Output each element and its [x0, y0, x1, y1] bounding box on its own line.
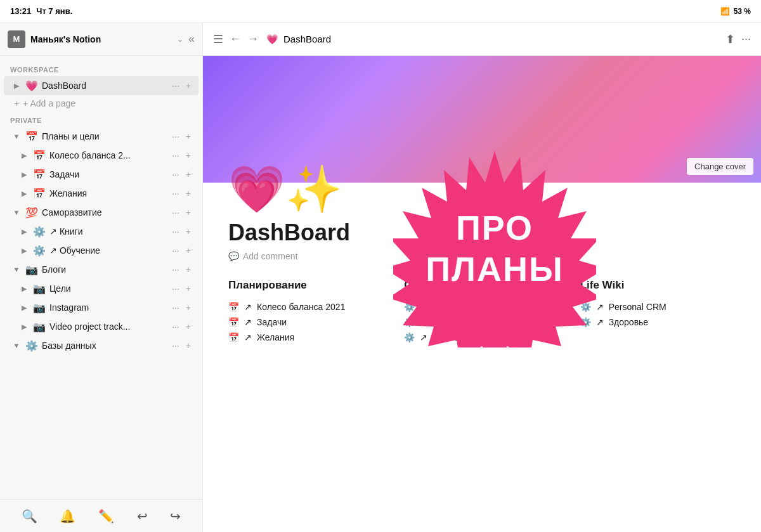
chevron-down-icon: ▼	[11, 133, 22, 140]
add-comment[interactable]: 💬 Add comment	[228, 251, 736, 261]
forward-icon[interactable]: →	[247, 32, 259, 46]
item-arrow: ↗	[596, 317, 604, 327]
edit-icon[interactable]: ✏️	[93, 503, 119, 529]
gear-icon: ⚙️	[404, 317, 415, 327]
item-actions: ··· +	[169, 225, 193, 238]
samorazvitie-section: Саморазвитие ⚙️ ↗ Книги ⚙️ ↗ Обучение	[404, 279, 559, 345]
sidebar-item-wheel[interactable]: ▶ 📅 Колесо баланса 2... ··· +	[4, 146, 198, 165]
item-arrow: ↗	[596, 302, 604, 312]
item-arrow: ↗	[420, 317, 427, 327]
item-arrow: ↗	[244, 332, 252, 342]
content-item-implementation[interactable]: ⚙️ ↗ Лист внедрения	[404, 330, 559, 345]
sidebar-item-learning[interactable]: ▶ ⚙️ ↗ Обучение ··· +	[4, 241, 198, 260]
calendar-icon: 📅	[228, 302, 239, 312]
content-item-health[interactable]: ⚙️ ↗ Здоровье	[580, 315, 736, 330]
content-item-books[interactable]: ⚙️ ↗ Книги	[404, 299, 559, 315]
more-icon[interactable]: ···	[169, 244, 182, 257]
notification-icon[interactable]: 🔔	[55, 503, 81, 529]
sidebar-item-wishes[interactable]: ▶ 📅 Желания ··· +	[4, 184, 198, 203]
more-icon[interactable]: ···	[169, 187, 182, 200]
redo-icon[interactable]: ↪	[165, 503, 186, 529]
sidebar-item-tasks[interactable]: ▶ 📅 Задачи ··· +	[4, 165, 198, 184]
planning-section: Планирование 📅 ↗ Колесо баланса 2021 📅 ↗…	[228, 279, 384, 345]
sidebar-item-dashboard[interactable]: ▶ 💗 DashBoard ··· +	[4, 76, 198, 95]
more-icon[interactable]: ···	[169, 263, 182, 276]
add-icon[interactable]: +	[183, 301, 193, 314]
item-arrow: ↗	[420, 332, 427, 342]
add-icon[interactable]: +	[183, 225, 193, 238]
more-icon[interactable]: ···	[169, 168, 182, 181]
item-actions: ··· +	[169, 79, 193, 92]
more-icon[interactable]: ···	[169, 301, 182, 314]
more-icon[interactable]: ···	[169, 282, 182, 295]
page-title: DashBoard	[228, 219, 736, 246]
more-icon[interactable]: ···	[169, 79, 182, 92]
add-icon[interactable]: +	[183, 130, 193, 143]
sidebar-item-plans[interactable]: ▼ 📅 Планы и цели ··· +	[4, 127, 198, 146]
more-icon[interactable]: ···	[169, 339, 182, 352]
add-icon[interactable]: +	[183, 187, 193, 200]
planning-title: Планирование	[228, 279, 384, 292]
title-emoji: 💗	[266, 34, 278, 45]
sidebar-item-samorazvitie[interactable]: ▼ 💯 Саморазвитие ··· +	[4, 203, 198, 222]
sidebar: M Маньяк's Notion ⌄ « WORKSPACE ▶ 💗 Dash…	[0, 23, 203, 532]
sidebar-bottom: 🔍 🔔 ✏️ ↩ ↪	[0, 499, 202, 532]
back-icon[interactable]: ←	[230, 32, 241, 46]
more-icon[interactable]: ···	[169, 225, 182, 238]
add-icon[interactable]: +	[183, 206, 193, 219]
workspace-name: Маньяк's Notion	[30, 34, 172, 44]
lifewiki-section: Life Wiki ⚙️ ↗ Personal CRM ⚙️ ↗ Здоровь…	[580, 279, 736, 345]
page-emoji: 💗✨	[228, 166, 736, 212]
content-item-tasks[interactable]: 📅 ↗ Задачи	[228, 315, 384, 330]
item-label: Лист внедрения	[433, 332, 498, 342]
collapse-icon[interactable]: «	[188, 32, 195, 46]
app-container: M Маньяк's Notion ⌄ « WORKSPACE ▶ 💗 Dash…	[0, 23, 761, 532]
item-actions: ··· +	[169, 301, 193, 314]
comment-icon: 💬	[228, 251, 239, 261]
sidebar-item-blogs[interactable]: ▼ 📷 Блоги ··· +	[4, 260, 198, 279]
wifi-icon: 📶	[720, 7, 730, 16]
add-icon[interactable]: +	[183, 263, 193, 276]
add-icon[interactable]: +	[183, 320, 193, 333]
more-icon[interactable]: ···	[741, 32, 751, 46]
item-actions: ··· +	[169, 320, 193, 333]
sidebar-item-videotrack[interactable]: ▶ 📷 Video project track... ··· +	[4, 317, 198, 336]
add-icon[interactable]: +	[183, 282, 193, 295]
status-bar-left: 13:21 Чт 7 янв.	[10, 6, 72, 16]
lifewiki-title: Life Wiki	[580, 279, 736, 292]
page-area: Change cover 💗✨ DashBoard 💬 Add comment	[203, 56, 761, 532]
more-icon[interactable]: ···	[169, 130, 182, 143]
workspace-avatar: M	[8, 30, 25, 48]
content-item-learning[interactable]: ⚙️ ↗ Обучение	[404, 315, 559, 330]
item-actions: ··· +	[169, 282, 193, 295]
item-actions: ··· +	[169, 168, 193, 181]
more-icon[interactable]: ···	[169, 320, 182, 333]
sidebar-item-databases[interactable]: ▼ ⚙️ Базы данных ··· +	[4, 336, 198, 355]
content-item-wheel[interactable]: 📅 ↗ Колесо баланса 2021	[228, 299, 384, 315]
add-page-item[interactable]: + + Add a page	[4, 95, 198, 112]
add-icon[interactable]: +	[183, 168, 193, 181]
undo-icon[interactable]: ↩	[132, 503, 153, 529]
add-icon[interactable]: +	[183, 79, 193, 92]
share-icon[interactable]: ⬆	[725, 32, 735, 46]
add-icon[interactable]: +	[183, 244, 193, 257]
content-item-wishes[interactable]: 📅 ↗ Желания	[228, 330, 384, 345]
item-actions: ··· +	[169, 187, 193, 200]
sidebar-item-instagram[interactable]: ▶ 📷 Instagram ··· +	[4, 298, 198, 317]
battery: 53 %	[734, 7, 751, 16]
chevron-icon: ⌄	[177, 35, 183, 44]
status-bar: 13:21 Чт 7 янв. 📶 53 %	[0, 0, 761, 23]
more-icon[interactable]: ···	[169, 206, 182, 219]
sidebar-item-goals[interactable]: ▶ 📷 Цели ··· +	[4, 279, 198, 298]
item-label: Personal CRM	[609, 302, 667, 312]
more-icon[interactable]: ···	[169, 149, 182, 162]
search-icon[interactable]: 🔍	[16, 503, 42, 529]
top-bar-right: ⬆ ···	[725, 32, 751, 46]
add-icon[interactable]: +	[183, 149, 193, 162]
add-icon[interactable]: +	[183, 339, 193, 352]
gear-icon: ⚙️	[580, 317, 591, 327]
item-label: Колесо баланса 2021	[257, 302, 345, 312]
menu-icon[interactable]: ☰	[213, 32, 223, 46]
content-item-crm[interactable]: ⚙️ ↗ Personal CRM	[580, 299, 736, 315]
sidebar-item-books[interactable]: ▶ ⚙️ ↗ Книги ··· +	[4, 222, 198, 241]
